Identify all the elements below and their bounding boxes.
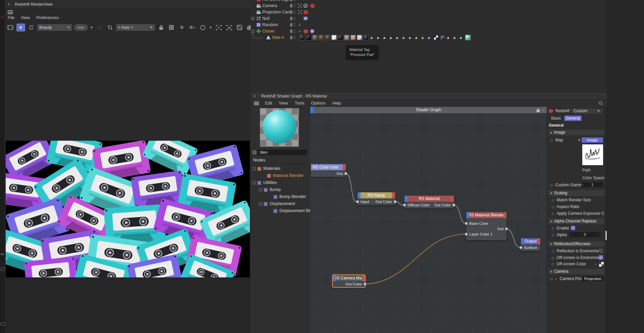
node-title[interactable]: RS Ramp — [358, 192, 395, 198]
node-graph-canvas[interactable]: Shader Graph ↕ RS Color User DataOutRS R… — [310, 107, 547, 333]
dither-icon[interactable] — [95, 23, 104, 31]
selection-tag-icon[interactable]: ▲ — [452, 35, 457, 41]
tree-item-displacement[interactable]: -Displacement — [251, 200, 310, 207]
tree-label[interactable]: Material Blender — [273, 172, 304, 179]
object-row-random[interactable]: Random✓ — [251, 22, 607, 28]
expander-icon[interactable]: - — [253, 167, 256, 170]
flag-tag-icon[interactable] — [440, 35, 445, 40]
target-icon[interactable] — [297, 3, 303, 8]
image-path-thumbnail[interactable] — [582, 144, 603, 165]
tree-label[interactable]: Displacement — [270, 200, 295, 207]
selection-tag-icon[interactable]: ▲ — [446, 35, 450, 41]
input-port-icon[interactable] — [356, 200, 359, 203]
tree-label[interactable]: Bump Blender — [279, 193, 306, 200]
menu-tools[interactable]: Tools — [294, 101, 304, 106]
tree-label[interactable]: Bump — [270, 186, 281, 193]
output-port-icon[interactable] — [505, 227, 508, 230]
node-title[interactable]: Output — [521, 238, 540, 244]
selection-tag-icon[interactable]: ▲ — [389, 35, 393, 41]
material-thumbnail[interactable] — [300, 35, 305, 40]
object-row-projection-cam[interactable]: Projection Cam — [251, 9, 607, 15]
object-name[interactable]: Projection Cam — [262, 9, 291, 15]
region-circle-icon[interactable] — [198, 23, 207, 31]
visibility-dots-icon[interactable] — [293, 3, 296, 8]
pin-updown-icon[interactable]: ↕ — [543, 107, 545, 113]
burger-menu-icon[interactable] — [7, 10, 13, 14]
tree-item-bump[interactable]: -Bump — [251, 186, 310, 193]
graph-node-output[interactable]: OutputSurface — [521, 238, 540, 251]
grid-icon[interactable] — [167, 23, 176, 31]
enabled-check-icon[interactable]: ✓ — [297, 28, 303, 34]
target-icon[interactable] — [297, 9, 303, 15]
tree-label[interactable]: Utilities — [263, 179, 277, 186]
grid-tag-tag-icon[interactable] — [303, 16, 308, 21]
object-row-side-a[interactable]: Side A▲▲▲▲▲▲▲▲▲▲▲▲▲ — [251, 35, 607, 41]
reflection-is-environment-checkbox[interactable] — [599, 249, 603, 253]
layers-icon[interactable] — [288, 3, 294, 8]
search-icon[interactable] — [598, 101, 603, 106]
attr-scrollbar-handle[interactable] — [605, 231, 607, 240]
dock-mini-label[interactable]: m — [1, 252, 4, 256]
expander-icon[interactable]: - — [259, 188, 262, 191]
material-thumbnail[interactable] — [357, 35, 362, 40]
object-name[interactable]: Cloner — [262, 28, 275, 35]
object-name[interactable]: Camera — [262, 3, 277, 9]
freeze-icon[interactable]: ❄ — [177, 23, 186, 31]
material-thumbnail[interactable] — [325, 35, 330, 40]
menu-help[interactable]: Help — [332, 101, 341, 106]
expander-icon[interactable]: + — [251, 17, 254, 20]
material-thumbnail[interactable] — [319, 35, 324, 40]
output-port-icon[interactable] — [363, 282, 367, 286]
node-title[interactable]: RS Color User Data — [311, 164, 346, 170]
menu-view[interactable]: View — [21, 15, 30, 22]
object-name[interactable]: RS Dome Light — [262, 0, 291, 3]
material-thumbnail[interactable] — [312, 35, 318, 40]
dock-icon[interactable] — [1, 267, 5, 271]
material-preview[interactable] — [260, 108, 299, 147]
output-port-icon[interactable] — [393, 200, 397, 203]
menu-options[interactable]: Options — [311, 101, 326, 106]
material-thumbnail[interactable] — [331, 35, 337, 40]
graph-node-camera-map[interactable]: RS Camera MapOut Color — [333, 275, 365, 287]
section-image[interactable]: ▼Image — [548, 130, 604, 135]
preset-dropdown[interactable]: Custom▼ — [570, 109, 602, 114]
menu-edit[interactable]: Edit — [265, 101, 272, 106]
search-input[interactable] — [258, 150, 307, 155]
custom-gamma-stepper[interactable]: ‹1 — [582, 182, 603, 187]
slash-tag-icon[interactable] — [303, 3, 308, 8]
apply-camera-exposure-row[interactable]: ◇Apply Camera Exposure Con — [547, 210, 604, 216]
material-thumbnail[interactable] — [344, 35, 350, 40]
selection-tag-icon[interactable]: ▲ — [427, 35, 431, 41]
graph-node-material[interactable]: RS MaterialDiffuse ColorOut Color — [405, 196, 454, 208]
pan-hand-icon[interactable] — [536, 108, 540, 112]
burger-menu-icon[interactable] — [254, 102, 259, 105]
tree-label[interactable]: Displacement Blend — [279, 207, 310, 214]
object-name[interactable]: Null — [262, 15, 270, 22]
visibility-dots-icon[interactable] — [293, 28, 296, 34]
map-image-button[interactable]: Image — [582, 137, 603, 143]
channel-dropdown-icon[interactable]: ▼ — [90, 23, 94, 31]
rs-hex-tag-icon[interactable] — [303, 28, 308, 34]
focus-region-icon[interactable] — [225, 23, 233, 31]
graph-node-color-user-data[interactable]: RS Color User DataOut — [311, 164, 346, 177]
checker-tag-icon[interactable] — [433, 35, 439, 40]
object-row-null[interactable]: +Null — [251, 15, 607, 22]
visibility-dots-icon[interactable] — [293, 22, 296, 27]
view-mode-dropdown[interactable]: Beauty▼ — [37, 24, 72, 31]
output-port-icon[interactable] — [344, 172, 347, 175]
refresh-icon[interactable] — [27, 23, 36, 31]
input-port-icon[interactable] — [465, 232, 468, 236]
focus-point-icon[interactable] — [214, 23, 223, 31]
offscreen-color-swatch[interactable] — [599, 262, 604, 267]
layers-icon[interactable] — [288, 9, 294, 15]
visibility-dots-icon[interactable] — [293, 9, 296, 15]
material-thumbnail[interactable] — [363, 35, 369, 40]
rs-cam-tag-icon[interactable] — [310, 3, 315, 8]
compare-diagonal-icon[interactable] — [235, 23, 244, 31]
render-play-button[interactable] — [16, 23, 25, 31]
input-port-icon[interactable] — [403, 203, 406, 207]
layers-icon[interactable] — [288, 28, 294, 34]
zoom-dropdown[interactable]: < Auto >▼ — [116, 24, 155, 31]
snapshot-film-icon[interactable] — [6, 23, 15, 31]
node-title[interactable]: RS Material — [405, 196, 454, 202]
